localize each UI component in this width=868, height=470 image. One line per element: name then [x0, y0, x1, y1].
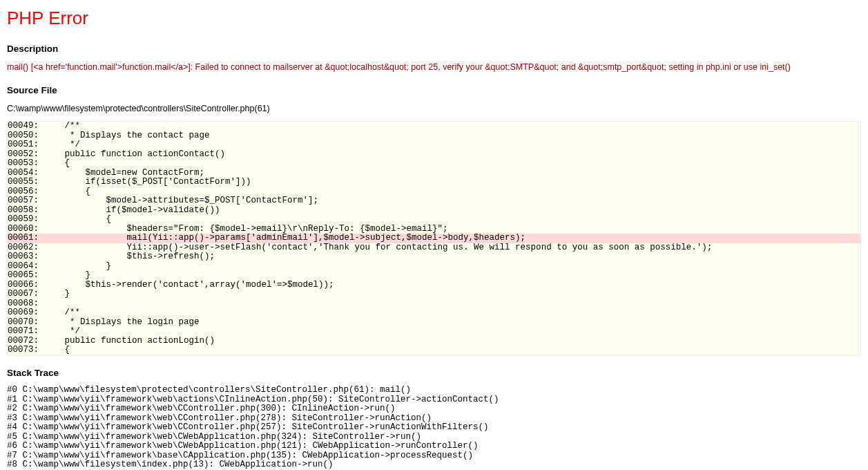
sourcefile-path: C:\wamp\www\filesystem\protected\control… — [7, 103, 861, 114]
stacktrace-heading: Stack Trace — [7, 367, 861, 379]
stack-trace: #0 C:\wamp\www\filesystem\protected\cont… — [7, 386, 861, 470]
source-line: 00051: */ — [8, 140, 860, 150]
source-line: 00066: $this->render('contact',array('mo… — [8, 281, 860, 290]
source-line: 00067: } — [8, 290, 860, 299]
description-heading: Description — [7, 43, 861, 55]
source-line: 00054: $model=new ContactForm; — [8, 169, 860, 178]
source-line: 00055: if(isset($_POST['ContactForm'])) — [8, 178, 860, 187]
source-line: 00068: — [8, 299, 860, 309]
source-line: 00053: { — [8, 159, 860, 169]
source-line: 00063: $this->refresh(); — [8, 252, 860, 262]
source-line-error: 00061: mail(Yii::app()->params['adminEma… — [8, 234, 860, 243]
source-line: 00052: public function actionContact() — [8, 150, 860, 160]
source-line: 00050: * Displays the contact page — [8, 131, 860, 141]
error-message: mail() [<a href='function.mail'>function… — [7, 62, 861, 73]
source-line: 00049: /** — [8, 122, 860, 131]
source-line: 00072: public function actionLogin() — [8, 337, 860, 346]
source-line: 00065: } — [8, 271, 860, 281]
source-line: 00073: { — [8, 346, 860, 355]
source-line: 00070: * Displays the login page — [8, 318, 860, 328]
source-line: 00069: /** — [8, 308, 860, 318]
source-line: 00062: Yii::app()->user->setFlash('conta… — [8, 243, 860, 253]
source-line: 00059: { — [8, 215, 860, 225]
source-line: 00071: */ — [8, 327, 860, 337]
page-title: PHP Error — [7, 7, 861, 30]
source-line: 00058: if($model->validate()) — [8, 206, 860, 216]
source-line: 00064: } — [8, 262, 860, 272]
source-line: 00057: $model->attributes=$_POST['Contac… — [8, 196, 860, 206]
sourcefile-heading: Source File — [7, 84, 861, 97]
source-listing: 00049: /**00050: * Displays the contact … — [7, 121, 861, 356]
source-line: 00056: { — [8, 187, 860, 197]
source-line: 00060: $headers="From: {$model->email}\r… — [8, 225, 860, 234]
